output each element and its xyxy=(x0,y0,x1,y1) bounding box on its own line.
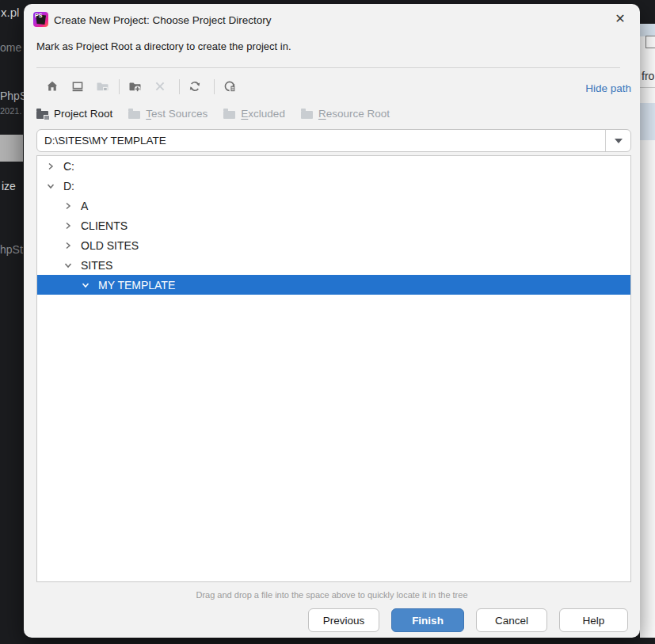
chevron-down-icon[interactable] xyxy=(63,261,73,270)
chevron-right-icon[interactable] xyxy=(63,241,73,250)
tree-row-label: MY TEMPLATE xyxy=(98,279,175,292)
tree-row-label: C: xyxy=(63,160,74,173)
tree-row-label: D: xyxy=(63,180,74,192)
bg-text-fragment: fro xyxy=(642,70,654,82)
choose-project-directory-dialog: PS Create New Project: Choose Project Di… xyxy=(24,4,640,638)
divider xyxy=(36,67,620,68)
mark-label: Excluded xyxy=(241,108,285,120)
bg-version-fragment: 2021. xyxy=(0,106,22,116)
bg-field-edge xyxy=(645,36,655,48)
project-root-folder-icon xyxy=(36,111,48,119)
dialog-button-row: Previous Finish Cancel Help xyxy=(308,608,628,632)
bg-blue-band xyxy=(640,24,655,36)
new-folder-icon[interactable] xyxy=(128,80,141,93)
tree-row-clients[interactable]: CLIENTS xyxy=(37,215,630,235)
chevron-down-icon[interactable] xyxy=(46,181,55,191)
tree-row-my-template-selected[interactable]: MY TEMPLATE xyxy=(37,275,630,295)
mark-excluded: Excluded xyxy=(223,108,285,120)
mark-test-sources: Test Sources xyxy=(128,108,208,120)
mark-resource-root: Resource Root xyxy=(301,108,390,120)
mark-project-root[interactable]: Project Root xyxy=(36,108,112,120)
bg-tab-fragment: x.pl xyxy=(1,6,19,19)
desktop-icon[interactable] xyxy=(71,80,84,93)
dialog-subtitle: Mark as Project Root a directory to crea… xyxy=(36,40,291,52)
tree-row-c-drive[interactable]: C: xyxy=(37,156,630,176)
resource-root-folder-icon xyxy=(301,111,313,119)
bg-highlight-band xyxy=(0,135,23,162)
bg-blue-block xyxy=(640,103,655,140)
project-directory-icon xyxy=(96,80,109,93)
mark-label: Project Root xyxy=(54,108,112,120)
tree-row-old-sites[interactable]: OLD SITES xyxy=(37,235,630,255)
delete-icon xyxy=(154,80,166,93)
bg-text-fragment: ize xyxy=(2,180,16,192)
previous-button[interactable]: Previous xyxy=(308,608,379,632)
bg-text-fragment: ome xyxy=(0,41,21,54)
tree-row-d-drive[interactable]: D: xyxy=(37,176,630,196)
bg-window-right-sliver: fro xyxy=(640,24,655,638)
tree-row-a[interactable]: A xyxy=(37,196,630,215)
home-icon[interactable] xyxy=(46,80,59,93)
file-chooser-toolbar: Hide path xyxy=(24,77,640,97)
tree-row-label: OLD SITES xyxy=(81,239,139,252)
mark-label: Test Sources xyxy=(146,108,208,120)
path-input[interactable]: D:\SITES\MY TEMPLATE xyxy=(37,130,605,151)
mark-as-row: Project Root Test Sources Excluded Resou… xyxy=(36,105,406,121)
close-icon[interactable]: ✕ xyxy=(612,11,628,27)
tree-row-label: A xyxy=(81,200,88,212)
help-button[interactable]: Help xyxy=(559,608,628,632)
show-hidden-files-icon[interactable] xyxy=(223,80,236,93)
tree-row-sites[interactable]: SITES xyxy=(37,255,630,275)
path-combobox[interactable]: D:\SITES\MY TEMPLATE xyxy=(36,129,631,152)
cancel-button[interactable]: Cancel xyxy=(476,608,547,632)
chevron-down-icon xyxy=(615,139,623,143)
phpstorm-logo-text: PS xyxy=(35,13,42,19)
toolbar-separator xyxy=(119,79,120,94)
chevron-right-icon[interactable] xyxy=(46,162,55,171)
toolbar-separator xyxy=(179,79,180,94)
drag-drop-hint: Drag and drop a file into the space abov… xyxy=(24,590,640,600)
chevron-right-icon[interactable] xyxy=(63,201,73,211)
refresh-icon[interactable] xyxy=(189,80,201,93)
mark-label: Resource Root xyxy=(318,108,390,120)
chevron-right-icon[interactable] xyxy=(63,221,73,231)
dialog-title: Create New Project: Choose Project Direc… xyxy=(54,14,272,26)
tree-row-label: CLIENTS xyxy=(81,219,128,232)
toolbar-separator xyxy=(214,79,215,94)
hide-path-link[interactable]: Hide path xyxy=(585,82,631,94)
bg-divider xyxy=(640,87,655,88)
tree-row-label: SITES xyxy=(81,259,112,272)
directory-tree: C: D: A CLIENTS OLD SITES SITES MY TEMPL… xyxy=(36,155,631,582)
bg-text-fragment: hpSt xyxy=(0,243,23,256)
path-dropdown-button[interactable] xyxy=(605,130,630,151)
chevron-down-icon[interactable] xyxy=(81,280,90,290)
test-sources-folder-icon xyxy=(128,111,140,119)
excluded-folder-icon xyxy=(223,111,235,119)
finish-button[interactable]: Finish xyxy=(391,608,464,632)
phpstorm-logo-icon: PS xyxy=(33,12,48,27)
